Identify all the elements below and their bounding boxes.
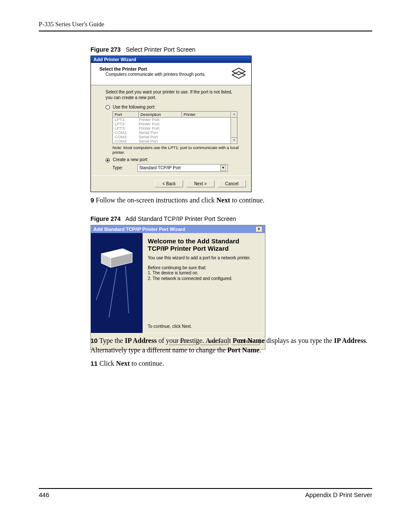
port-list-header: Port Description Printer [113,112,237,118]
page-footer: 446 Appendix D Print Server [39,488,372,498]
col-description[interactable]: Description [139,112,182,117]
chevron-down-icon[interactable]: ▼ [220,165,226,171]
port-list[interactable]: Port Description Printer LPT1:Printer Po… [112,111,237,144]
type-label: Type: [112,165,137,170]
wizard-body: Welcome to the Add Standard TCP/IP Print… [91,233,265,333]
cancel-button[interactable]: Cancel [218,180,246,187]
wizard-body: Select the port you want your printer to… [91,85,251,175]
radio-label: Create a new port: [113,157,148,162]
window-title-text: Add Printer Wizard [93,57,136,62]
svg-line-7 [125,266,129,313]
figure-274-label: Figure 274 [90,215,121,222]
window-titlebar[interactable]: Add Printer Wizard [91,56,251,63]
step-text: Follow the on-screen instructions and cl… [96,196,264,204]
wizard-prep-list: Before continuing be sure that: 1. The d… [148,265,259,282]
wizard-side-graphic [91,233,143,333]
col-port[interactable]: Port [113,112,139,117]
figure-273-caption: Figure 273 Select Printer Port Screen [90,46,372,53]
printer-icon [231,67,246,82]
port-list-row[interactable]: LPT3:Printer Port [115,126,237,131]
combo-value: Standard TCP/IP Port [139,165,181,170]
radio-icon [106,158,110,162]
window-titlebar[interactable]: Add Standard TCP/IP Printer Port Wizard … [91,225,265,233]
port-cell: COM3: [115,139,139,143]
wizard-instruction: Select the port you want your printer to… [106,90,235,100]
page-number: 446 [39,492,49,498]
col-printer[interactable]: Printer [182,112,237,117]
step-number: 9 [90,196,94,204]
figure-274-title: Add Standard TCP/IP Printer Port Screen [125,215,236,222]
port-type-combo[interactable]: Standard TCP/IP Port ▼ [137,164,228,172]
figure-273-title: Select Printer Port Screen [126,46,196,53]
add-printer-wizard-window: Add Printer Wizard Select the Printer Po… [90,56,252,192]
wizard-step-subtitle: Computers communicate with printers thro… [106,72,246,77]
port-list-row[interactable]: LPT1:Printer Port [115,118,237,122]
wizard-continue-text: To continue, click Next. [148,324,192,329]
radio-icon [106,105,110,109]
step-9: 9 Follow the on-screen instructions and … [90,196,372,204]
svg-line-5 [96,268,107,300]
port-list-row[interactable]: COM1:Serial Port [115,131,237,135]
radio-label: Use the following port: [113,105,156,109]
step-11: 11 Click Next to continue. [90,360,372,367]
next-button[interactable]: Next > [186,180,215,187]
window-title-text: Add Standard TCP/IP Printer Port Wizard [93,227,185,232]
step-10-text: Type the IP Address of your Prestige. A … [90,337,367,354]
port-list-row[interactable]: COM2:Serial Port [115,135,237,139]
svg-line-6 [109,268,117,317]
port-list-row[interactable]: COM3:Serial Port [115,139,237,143]
close-button[interactable]: × [255,226,262,232]
port-note: Note: Most computers use the LPT1: port … [112,145,243,155]
step-number: 10 [90,337,98,344]
step-number: 11 [90,360,98,367]
wizard-intro-text: You use this wizard to add a port for a … [148,255,259,261]
scrollbar[interactable]: ▲ ▼ [230,112,237,143]
step-10-final: 10 Type the IP Address of your Prestige.… [90,336,372,355]
port-type-row: Type: Standard TCP/IP Port ▼ [112,164,243,172]
wizard-step-title: Select the Printer Port [100,66,246,72]
wizard-welcome-heading: Welcome to the Add Standard TCP/IP Print… [148,237,259,252]
wizard-button-row: < Back Next > Cancel [91,175,251,192]
scroll-down-icon[interactable]: ▼ [231,137,237,143]
back-button[interactable]: < Back [155,180,183,187]
create-new-port-radio[interactable]: Create a new port: [106,157,243,162]
figure-273-label: Figure 273 [90,46,121,53]
section-name: Appendix D Print Server [305,492,372,498]
wizard-main: Welcome to the Add Standard TCP/IP Print… [143,233,265,333]
figure-274-caption: Figure 274 Add Standard TCP/IP Printer P… [90,215,372,222]
tcpip-wizard-window: Add Standard TCP/IP Printer Port Wizard … [90,225,265,350]
wizard-header-band: Select the Printer Port Computers commun… [91,63,251,85]
guide-title: P-335 Series User's Guide [39,21,104,28]
page-header: P-335 Series User's Guide [39,21,372,31]
scroll-up-icon[interactable]: ▲ [231,112,237,118]
port-list-body: LPT1:Printer PortLPT2:Printer PortLPT3:P… [113,118,237,143]
step-11-text: Click Next to continue. [100,360,164,367]
use-following-port-radio[interactable]: Use the following port: [106,105,243,109]
desc-cell: Serial Port [139,139,158,143]
port-list-row[interactable]: LPT2:Printer Port [115,122,237,126]
